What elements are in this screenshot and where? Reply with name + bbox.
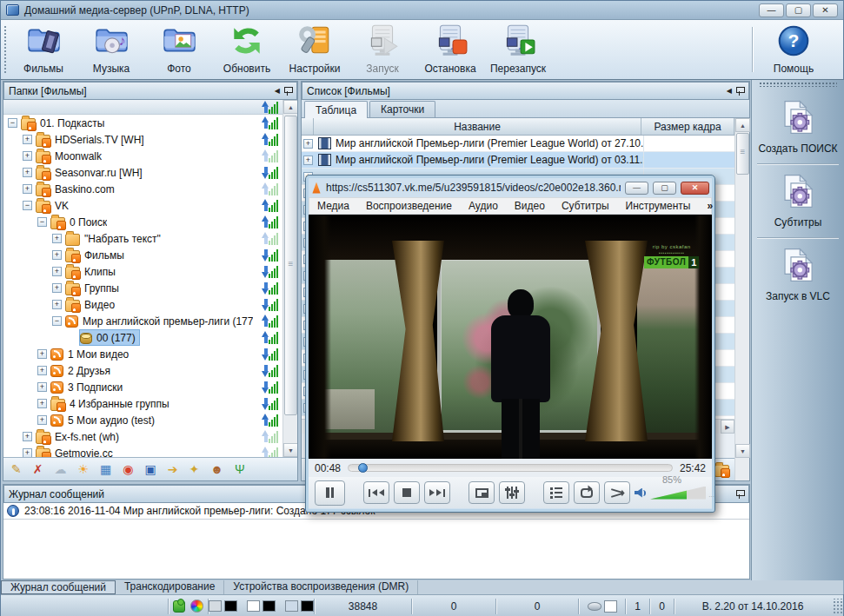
expander-icon[interactable]: + [37,399,47,408]
sidebar-button-subtitles[interactable]: Субтитры [752,166,844,235]
expander-icon[interactable]: + [37,366,47,375]
tree-item[interactable]: +Видео [3,296,297,313]
tree-item[interactable]: −VK [3,197,297,214]
collapse-panel-icon[interactable]: ◀ [275,87,280,95]
weather-icon[interactable]: ☀ [77,463,89,475]
expander-icon[interactable]: + [303,156,313,165]
seek-knob[interactable] [358,463,368,473]
upload-folder-icon[interactable]: ☁ [54,463,66,475]
vlc-menu-item[interactable]: Аудио [469,200,498,212]
users-icon[interactable]: ☻ [210,463,223,475]
expander-icon[interactable]: + [23,135,32,144]
name-column-header[interactable]: Название [314,118,641,135]
tree-item[interactable]: +1 Мои видео [3,346,297,362]
expander-icon[interactable]: + [23,168,32,177]
bottom-tab[interactable]: Устройства воспроизведения (DMR) [224,580,418,594]
toolbar-grip[interactable] [3,25,7,74]
expander-icon[interactable]: − [37,217,47,227]
expander-icon[interactable]: + [23,432,32,441]
color-swatch[interactable] [263,600,276,612]
expander-icon[interactable]: + [23,151,32,161]
expander-icon[interactable]: − [8,118,17,128]
minimize-button[interactable]: — [759,3,784,17]
expander-icon[interactable]: + [52,267,62,276]
tree-item[interactable]: +4 Избранные группы [3,395,297,412]
loop-button[interactable] [574,481,600,504]
vlc-menu-item[interactable]: Субтитры [562,200,609,212]
resize-grip[interactable] [833,599,843,614]
expander-icon[interactable]: + [37,415,47,425]
toolbar-button-films-folder[interactable]: Фильмы [10,22,77,77]
pin-icon[interactable] [284,86,292,96]
color-swatch[interactable] [301,600,314,612]
stop-button[interactable] [394,481,420,504]
tree-item[interactable]: +Moonwalk [3,148,297,164]
toolbar-button-music-folder[interactable]: ♪Музыка [77,22,145,77]
collapse-panel-icon[interactable]: ◀ [727,87,732,95]
next-button[interactable] [424,481,450,504]
save-icon[interactable]: ▣ [144,463,156,475]
tree-column-header[interactable] [3,100,297,115]
vlc-menu-item[interactable]: Инструменты [626,200,691,212]
key-icon[interactable]: ✦ [189,463,199,475]
color-swatch[interactable] [209,600,222,612]
close-button[interactable]: ✕ [813,3,838,17]
vlc-menu-item[interactable]: Медиа [317,200,349,212]
tree-item[interactable]: 00 (177) [3,329,297,346]
volume-icon[interactable] [635,488,646,498]
list-toolbar-folder-icon[interactable] [714,465,729,477]
expander-icon[interactable]: + [52,250,62,260]
vlc-close-button[interactable]: ✕ [681,182,709,195]
pin-icon[interactable] [736,86,744,96]
tree-item[interactable]: +"Набрать текст" [3,230,297,247]
scroll-right-icon[interactable]: ▶ [721,420,734,434]
shuffle-button[interactable] [604,481,630,504]
expander-column-header[interactable] [302,118,314,135]
scroll-down-icon[interactable]: ▼ [735,444,750,458]
vlc-menu-item[interactable]: Воспроизведение [366,200,452,212]
tree-item[interactable]: +Клипы [3,263,297,280]
color-swatch[interactable] [247,600,260,612]
list-scroll-thumb[interactable] [736,133,749,175]
color-swatch[interactable] [224,600,237,612]
vlc-video-area[interactable]: rip by cskafan ▪▪▪▪▪▪▪▪▪▪▪▪▪ ФУТБОЛ 1 [309,215,712,459]
tree-item[interactable]: +Ex-fs.net (wh) [3,428,297,445]
scroll-up-icon[interactable]: ▲ [283,100,297,114]
vlc-menu-overflow-icon[interactable]: » [707,200,713,212]
color-swatch[interactable] [285,600,298,612]
expander-icon[interactable]: + [23,448,32,457]
edit-folder-icon[interactable]: ✎ [11,463,22,475]
vlc-title-bar[interactable]: https://cs511307.vk.me/5/u239591815/vide… [309,178,712,197]
vlc-minimize-button[interactable]: — [625,182,648,195]
table-row[interactable]: +Мир английской Премьер-лиги (Premier Le… [302,136,736,152]
list-tab-cards[interactable]: Карточки [369,101,435,117]
previous-button[interactable] [363,481,389,504]
sidebar-button-launch-vlc[interactable]: Запуск в VLC [752,240,844,309]
tree-item[interactable]: −01. Подкасты [3,115,297,131]
scroll-up-icon[interactable]: ▲ [735,118,750,132]
expander-icon[interactable]: − [52,316,62,326]
tree-scrollbar[interactable]: ▲ ▼ [282,100,297,457]
toolbar-button-restart-server[interactable]: ♪Перезапуск [484,22,552,77]
palm-icon[interactable]: Ψ [235,463,245,475]
tree-item[interactable]: +5 Мои аудио (test) [3,412,297,428]
tree-scroll-thumb[interactable] [284,116,297,415]
expander-icon[interactable]: + [37,382,47,392]
tree-item[interactable]: −Мир английской премьер-лиги (177 [3,313,297,329]
table-row[interactable]: +Мир английской Премьер-лиги (Premier Le… [302,152,736,169]
lifebuoy-icon[interactable]: ◉ [123,463,133,475]
tree-item[interactable]: −0 Поиск [3,214,297,230]
pin-icon[interactable] [736,489,744,499]
vlc-menu-item[interactable]: Видео [515,200,545,212]
sidebar-button-create-search[interactable]: Создать ПОИСК [752,92,844,162]
toolbar-button-photo-folder[interactable]: Фото [145,22,213,77]
tree-item[interactable]: +Фильмы [3,247,297,263]
tree-item[interactable]: +HDSerials.TV [WH] [3,131,297,148]
expander-icon[interactable]: + [52,234,62,243]
bottom-tab[interactable]: Журнал сообщений [1,580,116,594]
playlist-button[interactable] [543,481,569,504]
extended-settings-button[interactable] [499,481,525,504]
mosaic-icon[interactable]: ▦ [100,463,111,475]
help-button[interactable]: ? Помощь [760,22,827,77]
tree-item[interactable]: +2 Друзья [3,362,297,379]
